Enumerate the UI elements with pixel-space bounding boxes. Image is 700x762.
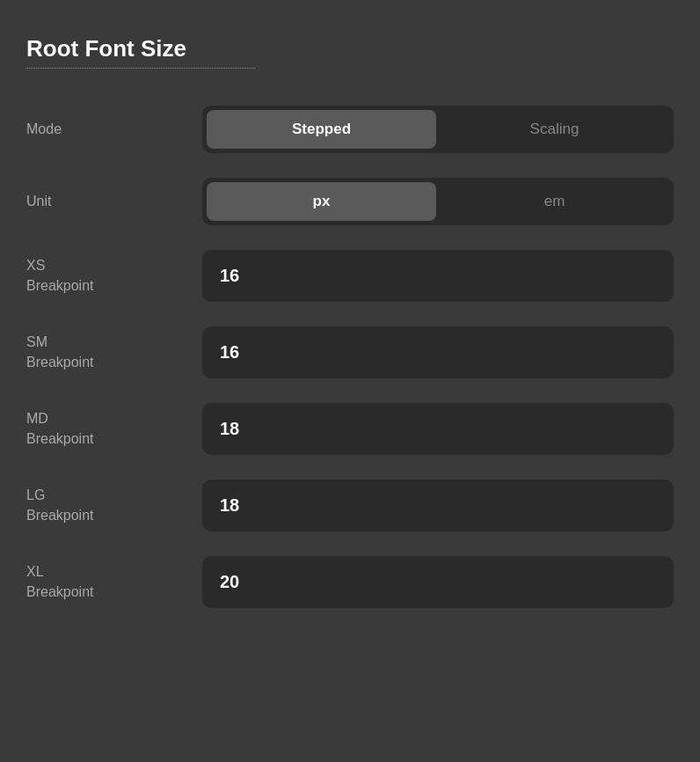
mode-control: Stepped Scaling [202,106,674,153]
xs-breakpoint-label: XS Breakpoint [26,256,202,296]
unit-label: Unit [26,192,202,211]
md-breakpoint-label: MD Breakpoint [26,409,202,449]
unit-row: Unit px em [26,165,674,238]
sm-breakpoint-label: SM Breakpoint [26,333,202,372]
xl-breakpoint-input[interactable] [220,572,656,592]
md-breakpoint-input[interactable] [220,419,656,439]
md-input-wrapper [202,403,674,455]
sm-breakpoint-control [202,326,674,378]
unit-toggle-group: px em [202,178,674,225]
xs-input-wrapper [202,250,674,302]
mode-scaling-option[interactable]: Scaling [440,110,669,149]
xl-breakpoint-label: XL Breakpoint [26,562,202,602]
xl-breakpoint-control [202,556,674,608]
mode-row: Mode Stepped Scaling [26,93,674,165]
lg-input-wrapper [202,480,674,531]
lg-breakpoint-label: LG Breakpoint [26,486,202,525]
md-breakpoint-control [202,403,674,455]
xs-breakpoint-row: XS Breakpoint [26,238,674,314]
lg-breakpoint-input[interactable] [220,495,656,516]
page-title: Root Font Size [26,35,674,62]
mode-toggle-group: Stepped Scaling [202,106,674,153]
sm-breakpoint-input[interactable] [220,342,656,363]
lg-breakpoint-control [202,480,674,531]
title-divider [26,68,255,69]
unit-px-option[interactable]: px [207,182,436,221]
xl-breakpoint-row: XL Breakpoint [26,544,674,620]
unit-em-option[interactable]: em [440,182,669,221]
mode-label: Mode [26,120,202,139]
sm-breakpoint-row: SM Breakpoint [26,314,674,391]
xl-input-wrapper [202,556,674,608]
unit-control: px em [202,178,674,225]
md-breakpoint-row: MD Breakpoint [26,391,674,467]
mode-stepped-option[interactable]: Stepped [207,110,436,149]
sm-input-wrapper [202,326,674,378]
xs-breakpoint-control [202,250,674,302]
settings-container: Mode Stepped Scaling Unit px em XS Break… [26,93,674,620]
lg-breakpoint-row: LG Breakpoint [26,467,674,544]
xs-breakpoint-input[interactable] [220,266,656,286]
